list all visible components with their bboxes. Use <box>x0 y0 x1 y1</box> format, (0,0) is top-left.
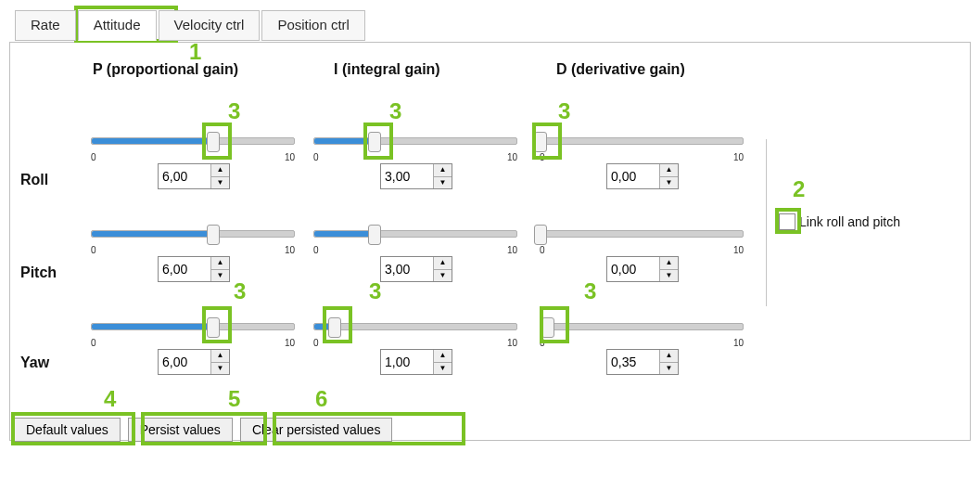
spinner-roll-i: ▲▼ <box>380 163 452 189</box>
scale-max: 10 <box>285 152 295 162</box>
spinner-input-roll-i[interactable] <box>381 164 433 188</box>
default-values-button[interactable]: Default values <box>14 418 121 442</box>
slider-thumb-yaw-i[interactable] <box>328 317 341 338</box>
spinner-down-yaw-d[interactable]: ▼ <box>660 363 678 375</box>
scale-min: 0 <box>313 245 319 255</box>
slider-scale: 010 <box>313 152 517 162</box>
clear-persisted-values-button[interactable]: Clear persisted values <box>240 418 393 442</box>
separator <box>766 139 767 306</box>
tab-velocity-ctrl[interactable]: Velocity ctrl <box>159 10 261 41</box>
scale-max: 10 <box>733 245 744 255</box>
spinner-up-roll-p[interactable]: ▲ <box>211 164 229 177</box>
scale-min: 0 <box>540 152 545 162</box>
slider-scale: 010 <box>313 338 517 348</box>
spinner-up-pitch-d[interactable]: ▲ <box>660 257 678 270</box>
slider-thumb-yaw-p[interactable] <box>207 317 220 338</box>
slider-cell-roll-p: 010▲▼ <box>91 137 295 202</box>
spinner-up-pitch-i[interactable]: ▲ <box>434 257 452 270</box>
spinner-down-pitch-i[interactable]: ▼ <box>434 270 452 282</box>
spinner-input-yaw-d[interactable] <box>607 350 659 374</box>
col-header-p: P (proportional gain) <box>93 61 238 78</box>
row-label-pitch: Pitch <box>20 264 57 281</box>
scale-min: 0 <box>540 338 545 348</box>
tab-position-ctrl[interactable]: Position ctrl <box>261 10 365 41</box>
slider-cell-yaw-p: 010▲▼ <box>91 323 295 388</box>
spinner-input-roll-d[interactable] <box>607 164 659 188</box>
spinner-up-roll-d[interactable]: ▲ <box>660 164 678 177</box>
spinner-up-yaw-i[interactable]: ▲ <box>434 350 452 363</box>
tab-attitude[interactable]: Attitude <box>78 10 157 41</box>
slider-cell-pitch-p: 010▲▼ <box>91 230 295 295</box>
spinner-input-roll-p[interactable] <box>159 164 210 188</box>
slider-pitch-d[interactable] <box>540 230 744 238</box>
slider-scale: 010 <box>540 338 744 348</box>
row-label-roll: Roll <box>20 172 48 188</box>
scale-min: 0 <box>91 245 96 255</box>
slider-thumb-roll-p[interactable] <box>207 132 220 152</box>
spinner-down-roll-i[interactable]: ▼ <box>434 177 452 189</box>
slider-cell-pitch-i: 010▲▼ <box>313 230 517 295</box>
spinner-yaw-p: ▲▼ <box>158 349 230 375</box>
spinner-up-yaw-d[interactable]: ▲ <box>660 350 678 363</box>
spinner-roll-p: ▲▼ <box>158 163 230 189</box>
slider-roll-p[interactable] <box>91 137 295 145</box>
link-roll-pitch-label: Link roll and pitch <box>799 214 900 229</box>
slider-scale: 010 <box>313 245 517 255</box>
slider-scale: 010 <box>91 245 295 255</box>
scale-min: 0 <box>91 338 96 348</box>
spinner-roll-d: ▲▼ <box>606 163 679 189</box>
col-header-i: I (integral gain) <box>334 61 440 78</box>
spinner-input-pitch-p[interactable] <box>159 257 210 281</box>
tab-rate[interactable]: Rate <box>15 10 76 41</box>
spinner-input-yaw-i[interactable] <box>381 350 433 374</box>
slider-thumb-pitch-i[interactable] <box>368 225 381 245</box>
scale-max: 10 <box>733 152 744 162</box>
tab-bar: Rate Attitude Velocity ctrl Position ctr… <box>15 9 980 40</box>
spinner-down-yaw-i[interactable]: ▼ <box>434 363 452 375</box>
spinner-down-roll-d[interactable]: ▼ <box>660 177 678 189</box>
scale-min: 0 <box>91 152 96 162</box>
spinner-up-roll-i[interactable]: ▲ <box>434 164 452 177</box>
slider-yaw-i[interactable] <box>313 323 517 330</box>
spinner-pitch-p: ▲▼ <box>158 256 230 282</box>
slider-roll-i[interactable] <box>313 137 517 145</box>
slider-thumb-yaw-d[interactable] <box>541 317 554 338</box>
slider-yaw-p[interactable] <box>91 323 295 330</box>
scale-min: 0 <box>313 338 319 348</box>
spinner-down-pitch-p[interactable]: ▼ <box>211 270 229 282</box>
slider-scale: 010 <box>540 152 744 162</box>
spinner-down-roll-p[interactable]: ▼ <box>211 177 229 189</box>
slider-pitch-p[interactable] <box>91 230 295 238</box>
spinner-up-yaw-p[interactable]: ▲ <box>211 350 229 363</box>
spinner-input-yaw-p[interactable] <box>159 350 210 374</box>
slider-scale: 010 <box>91 338 295 348</box>
slider-roll-d[interactable] <box>540 137 744 145</box>
spinner-yaw-i: ▲▼ <box>380 349 452 375</box>
spinner-input-pitch-i[interactable] <box>381 257 433 281</box>
spinner-pitch-i: ▲▼ <box>380 256 452 282</box>
scale-max: 10 <box>285 245 295 255</box>
spinner-down-yaw-p[interactable]: ▼ <box>211 363 229 375</box>
slider-thumb-pitch-d[interactable] <box>534 225 547 245</box>
col-header-d: D (derivative gain) <box>556 61 685 78</box>
slider-cell-pitch-d: 010▲▼ <box>540 230 744 295</box>
spinner-yaw-d: ▲▼ <box>606 349 679 375</box>
slider-cell-yaw-i: 010▲▼ <box>313 323 517 388</box>
spinner-up-pitch-p[interactable]: ▲ <box>211 257 229 270</box>
slider-pitch-i[interactable] <box>313 230 517 238</box>
slider-thumb-roll-i[interactable] <box>368 132 381 152</box>
slider-yaw-d[interactable] <box>540 323 744 330</box>
link-roll-pitch-checkbox[interactable] <box>779 213 795 230</box>
slider-cell-yaw-d: 010▲▼ <box>540 323 744 388</box>
slider-thumb-pitch-p[interactable] <box>207 225 220 245</box>
persist-values-button[interactable]: Persist values <box>128 418 233 442</box>
link-roll-pitch-row: Link roll and pitch <box>779 213 900 230</box>
scale-min: 0 <box>313 152 319 162</box>
slider-scale: 010 <box>91 152 295 162</box>
scale-max: 10 <box>733 338 744 348</box>
slider-thumb-roll-d[interactable] <box>534 132 547 152</box>
spinner-down-pitch-d[interactable]: ▼ <box>660 270 678 282</box>
scale-max: 10 <box>507 338 517 348</box>
scale-max: 10 <box>507 245 517 255</box>
spinner-input-pitch-d[interactable] <box>607 257 659 281</box>
